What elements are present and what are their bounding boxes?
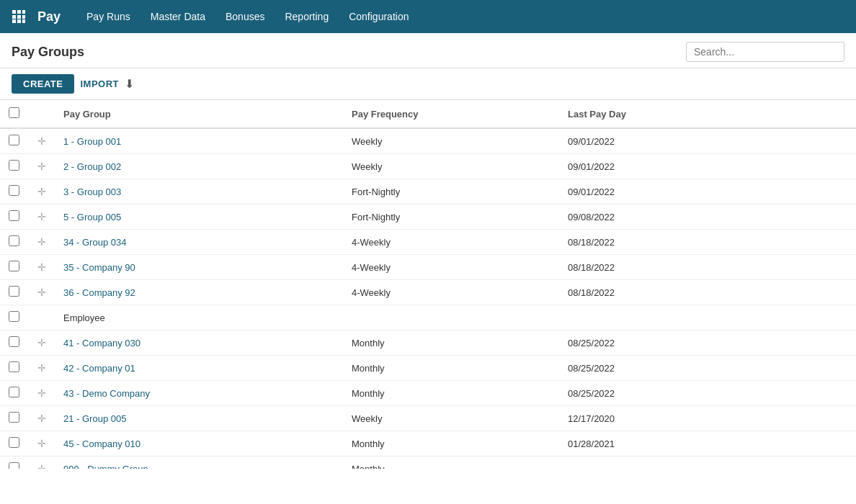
last-pay-day-cell: 08/18/2022 [559,230,856,255]
nav-brand: Pay [37,9,61,24]
table-header: Pay Group Pay Frequency Last Pay Day [0,100,856,128]
drag-handle-icon[interactable]: ✛ [37,135,46,147]
table-row: ✛21 - Group 005Weekly12/17/2020 [0,406,856,431]
drag-handle-icon[interactable]: ✛ [37,413,46,424]
pay-frequency-cell: Weekly [343,154,559,179]
drag-handle-icon[interactable]: ✛ [37,287,46,298]
download-button[interactable]: ⬇ [125,77,134,91]
last-pay-day-cell: 09/08/2022 [559,204,856,230]
create-button[interactable]: CREATE [12,74,74,94]
row-checkbox[interactable] [9,135,19,145]
last-pay-day-cell: 09/01/2022 [559,128,856,154]
row-checkbox[interactable] [9,235,19,246]
select-all-checkbox[interactable] [9,107,19,118]
row-checkbox[interactable] [9,286,19,297]
pay-group-name[interactable]: 1 - Group 001 [63,136,121,147]
header-pay-frequency: Pay Frequency [343,100,559,128]
header-last-pay-day: Last Pay Day [559,100,856,128]
last-pay-day-cell: 09/01/2022 [559,154,856,179]
header-checkbox-cell [0,100,29,128]
pay-group-name[interactable]: 5 - Group 005 [63,212,121,222]
pay-group-name[interactable]: 2 - Group 002 [63,161,121,172]
pay-group-name[interactable]: 42 - Company 01 [63,363,135,374]
nav-menu: Pay Runs Master Data Bonuses Reporting C… [78,6,417,27]
svg-rect-2 [22,10,25,14]
table-row: ✛5 - Group 005Fort-Nightly09/08/2022 [0,204,856,230]
pay-frequency-cell: Fort-Nightly [343,204,559,230]
pay-group-name[interactable]: 21 - Group 005 [63,413,126,424]
drag-handle-icon[interactable]: ✛ [37,337,46,348]
table-row: Employee [0,305,856,330]
row-checkbox[interactable] [9,210,19,221]
table-container: Pay Group Pay Frequency Last Pay Day ✛1 … [0,100,856,469]
pay-groups-table: Pay Group Pay Frequency Last Pay Day ✛1 … [0,100,856,469]
nav-item-reporting[interactable]: Reporting [276,6,337,27]
row-checkbox[interactable] [9,185,19,196]
pay-group-name[interactable]: 41 - Company 030 [63,338,141,348]
drag-handle-icon[interactable]: ✛ [37,161,46,172]
svg-rect-0 [12,10,16,14]
search-input[interactable] [686,42,844,62]
last-pay-day-cell: 08/18/2022 [559,280,856,305]
last-pay-day-cell: 08/25/2022 [559,330,856,356]
pay-group-name[interactable]: 36 - Company 92 [63,287,135,298]
row-checkbox[interactable] [9,361,19,372]
top-nav: Pay Pay Runs Master Data Bonuses Reporti… [0,0,856,33]
pay-group-category: Employee [55,305,343,330]
nav-item-pay-runs[interactable]: Pay Runs [78,6,139,27]
last-pay-day-cell: 08/18/2022 [559,255,856,280]
pay-frequency-cell: Weekly [343,406,559,431]
row-checkbox[interactable] [9,387,19,397]
pay-group-name[interactable]: 34 - Group 034 [63,237,126,248]
pay-frequency-cell: Monthly [343,330,559,356]
drag-handle-icon[interactable]: ✛ [37,261,46,273]
drag-handle-icon[interactable]: ✛ [37,186,46,197]
row-checkbox[interactable] [9,160,19,171]
drag-handle-icon[interactable]: ✛ [37,236,46,248]
table-row: ✛1 - Group 001Weekly09/01/2022 [0,128,856,154]
pay-frequency-cell: Monthly [343,356,559,381]
header-pay-group: Pay Group [55,100,343,128]
nav-item-master-data[interactable]: Master Data [142,6,214,27]
import-button[interactable]: IMPORT [80,78,119,89]
table-row: ✛41 - Company 030Monthly08/25/2022 [0,330,856,356]
table-row: ✛34 - Group 0344-Weekly08/18/2022 [0,230,856,255]
svg-rect-8 [22,19,25,23]
last-pay-day-cell: 01/28/2021 [559,431,856,456]
drag-handle-icon[interactable]: ✛ [37,463,46,469]
drag-handle-icon[interactable]: ✛ [37,387,46,399]
row-checkbox[interactable] [9,311,19,322]
pay-frequency-cell: Weekly [343,128,559,154]
nav-item-configuration[interactable]: Configuration [340,6,417,27]
row-checkbox[interactable] [9,336,19,347]
pay-group-name[interactable]: 35 - Company 90 [63,262,135,273]
row-checkbox[interactable] [9,412,19,423]
row-checkbox[interactable] [9,437,19,448]
table-row: ✛999 - Dummy GroupMonthly [0,456,856,469]
table-row: ✛2 - Group 002Weekly09/01/2022 [0,154,856,179]
pay-frequency-cell: Monthly [343,431,559,456]
last-pay-day-cell: 12/17/2020 [559,406,856,431]
grid-icon[interactable] [9,6,29,27]
pay-group-name[interactable]: 3 - Group 003 [63,186,121,197]
table-row: ✛45 - Company 010Monthly01/28/2021 [0,431,856,456]
row-checkbox[interactable] [9,462,19,469]
table-row: ✛35 - Company 904-Weekly08/18/2022 [0,255,856,280]
header-drag-cell [29,100,55,128]
svg-rect-1 [17,10,21,14]
pay-frequency-cell: 4-Weekly [343,280,559,305]
pay-group-name[interactable]: 999 - Dummy Group [63,464,148,469]
pay-group-name[interactable]: 45 - Company 010 [63,438,141,449]
row-checkbox[interactable] [9,261,19,271]
last-pay-day-cell: 08/25/2022 [559,381,856,406]
toolbar: CREATE IMPORT ⬇ [0,68,856,100]
drag-handle-icon[interactable]: ✛ [37,438,46,449]
table-body: ✛1 - Group 001Weekly09/01/2022✛2 - Group… [0,128,856,469]
drag-handle-icon[interactable]: ✛ [37,362,46,374]
pay-group-name[interactable]: 43 - Demo Company [63,388,150,399]
drag-handle-icon[interactable]: ✛ [37,211,46,222]
svg-rect-3 [12,15,16,19]
last-pay-day-cell [559,305,856,330]
table-row: ✛3 - Group 003Fort-Nightly09/01/2022 [0,179,856,204]
nav-item-bonuses[interactable]: Bonuses [217,6,273,27]
